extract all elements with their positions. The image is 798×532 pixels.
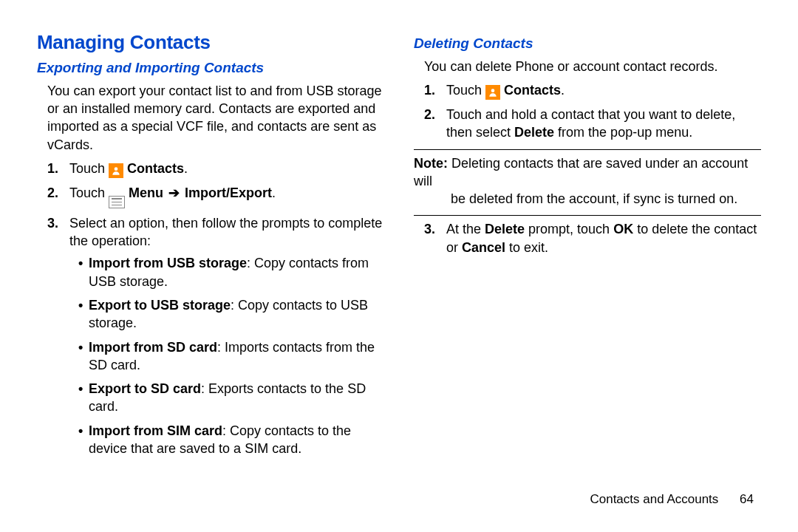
option-import-usb: Import from USB storage: Copy contacts f… — [80, 254, 384, 290]
step-text: Touch — [69, 185, 109, 200]
footer-page-number: 64 — [740, 492, 754, 506]
step-text: Touch — [446, 83, 485, 98]
exporting-intro: You can export your contact list to and … — [47, 82, 384, 154]
svg-point-0 — [115, 167, 118, 171]
delete-label: Delete — [485, 222, 525, 236]
deleting-steps-cont: At the Delete prompt, touch OK to delete… — [424, 220, 761, 256]
divider — [414, 215, 761, 216]
option-export-usb: Export to USB storage: Copy contacts to … — [80, 296, 384, 332]
step-1: Touch Contacts. — [442, 81, 761, 100]
contacts-icon — [485, 85, 500, 100]
step-1: Touch Contacts. — [65, 160, 384, 178]
option-title: Import from SIM card — [89, 423, 222, 438]
arrow-icon: ➔ — [167, 185, 181, 200]
footer-section: Contacts and Accounts — [590, 492, 718, 506]
options-list: Import from USB storage: Copy contacts f… — [69, 254, 384, 457]
step-3: At the Delete prompt, touch OK to delete… — [442, 220, 761, 256]
contacts-label: Contacts — [504, 83, 561, 98]
exporting-steps: Touch Contacts. Touch Menu ➔ Import/Expo… — [47, 160, 384, 457]
step-text: Touch — [69, 161, 109, 176]
svg-point-1 — [491, 89, 495, 92]
note-block: Note: Deleting contacts that are saved u… — [414, 154, 761, 208]
contacts-icon — [109, 163, 123, 178]
step-period: . — [561, 83, 565, 98]
option-export-sd: Export to SD card: Exports contacts to t… — [80, 380, 384, 416]
delete-label: Delete — [514, 125, 554, 140]
option-title: Import from USB storage — [89, 256, 247, 270]
step-text: to exit. — [505, 240, 548, 255]
cancel-label: Cancel — [462, 240, 505, 255]
step-period: . — [272, 185, 276, 200]
step-text: At the — [446, 222, 485, 236]
deleting-steps: Touch Contacts. Touch and hold a contact… — [424, 81, 761, 142]
option-title: Export to SD card — [89, 381, 201, 396]
heading-deleting-contacts: Deleting Contacts — [414, 34, 761, 53]
step-text: prompt, touch — [525, 222, 613, 236]
option-import-sd: Import from SD card: Imports contacts fr… — [80, 338, 384, 375]
step-period: . — [184, 161, 188, 176]
right-column: Deleting Contacts You can delete Phone o… — [414, 30, 761, 463]
note-label: Note: — [414, 156, 448, 171]
option-import-sim: Import from SIM card: Copy contacts to t… — [80, 422, 384, 458]
option-title: Import from SD card — [89, 340, 217, 355]
deleting-intro: You can delete Phone or account contact … — [424, 58, 761, 75]
divider — [414, 149, 761, 150]
note-text-2: be deleted from the account, if sync is … — [414, 190, 761, 208]
ok-label: OK — [613, 222, 633, 236]
page-footer: Contacts and Accounts 64 — [590, 491, 754, 508]
left-column: Managing Contacts Exporting and Importin… — [37, 30, 384, 463]
menu-icon — [109, 196, 125, 208]
step-text: Select an option, then follow the prompt… — [69, 216, 382, 248]
option-title: Export to USB storage — [89, 298, 231, 313]
contacts-label: Contacts — [127, 161, 184, 176]
note-text-1: Deleting contacts that are saved under a… — [414, 156, 748, 188]
import-export-label: Import/Export — [185, 185, 272, 200]
heading-managing-contacts: Managing Contacts — [37, 30, 384, 55]
step-text: from the pop-up menu. — [554, 125, 692, 140]
step-2: Touch Menu ➔ Import/Export. — [65, 184, 384, 208]
step-3: Select an option, then follow the prompt… — [65, 214, 384, 458]
step-2: Touch and hold a contact that you want t… — [442, 106, 761, 142]
menu-label: Menu — [129, 185, 163, 200]
heading-export-import: Exporting and Importing Contacts — [37, 58, 384, 78]
